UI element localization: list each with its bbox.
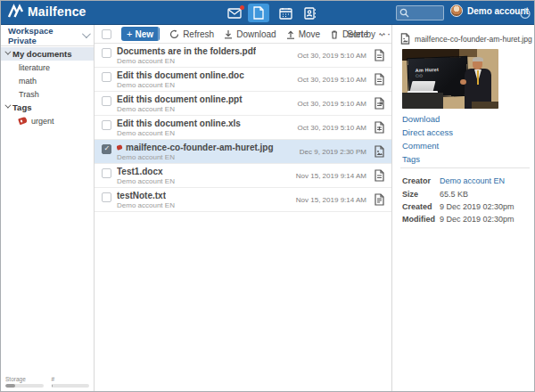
prop-creator: Creator Demo account EN [402, 176, 534, 185]
file-date: Oct 30, 2019 5:10 AM [298, 124, 366, 132]
file-row[interactable]: Test1.docx Demo account EN Nov 15, 2019 … [95, 164, 391, 188]
image-file-icon [400, 33, 410, 45]
file-name: testNote.txt [117, 191, 166, 200]
count-label: # [52, 376, 90, 382]
photo-caption: Am Huret [416, 67, 440, 73]
file-type-icon [374, 73, 384, 89]
folder-tree: My documents literature math Trash Tags … [1, 47, 94, 127]
file-row[interactable]: Edit this document online.doc Demo accou… [95, 68, 391, 92]
power-icon [519, 7, 531, 20]
row-checkbox[interactable] [102, 48, 111, 58]
file-owner: Demo account EN [117, 57, 175, 65]
prop-label: Modified [402, 215, 440, 224]
search-input[interactable] [396, 5, 444, 20]
brand: Mailfence [7, 4, 86, 19]
prop-value-size: 65.5 KB [440, 190, 468, 199]
file-name: Edit this document online.doc [117, 70, 244, 80]
count-bar [52, 384, 90, 388]
file-name: mailfence-co-founder-am-huret.jpg [126, 143, 274, 152]
chevron-down-icon [82, 29, 91, 38]
new-button-label: New [135, 29, 158, 39]
photo-lectern [402, 93, 443, 109]
row-checkbox[interactable] [102, 120, 111, 130]
new-button[interactable]: + New [121, 27, 160, 41]
file-row[interactable]: testNote.txt Demo account EN Nov 15, 201… [95, 188, 391, 212]
mailfence-logo-icon [7, 4, 24, 19]
logout-button[interactable] [517, 5, 532, 20]
select-all-checkbox[interactable] [102, 29, 111, 39]
row-checkbox[interactable] [102, 168, 111, 178]
new-dropdown-toggle[interactable] [158, 27, 160, 41]
download-icon [224, 29, 233, 39]
file-owner: Demo account EN [117, 177, 175, 185]
documents-module-button[interactable] [248, 4, 269, 22]
trash-icon [330, 29, 339, 39]
file-type-icon [374, 169, 384, 185]
refresh-button[interactable]: Refresh [169, 29, 214, 39]
tag-icon [18, 117, 28, 125]
chevron-down-icon [4, 49, 11, 55]
file-date: Oct 30, 2019 5:10 AM [298, 52, 366, 60]
file-owner: Demo account EN [117, 153, 175, 161]
download-label: Download [236, 29, 276, 39]
folder-label: literature [19, 63, 50, 72]
sidebar-item-tag-urgent[interactable]: urgent [1, 114, 94, 127]
tag-label: urgent [31, 117, 54, 126]
sidebar-item-math[interactable]: math [1, 74, 94, 87]
download-button[interactable]: Download [224, 29, 276, 39]
calendar-module-button[interactable] [275, 4, 296, 22]
tags-section-label: Tags [12, 102, 31, 112]
file-row[interactable]: Documents are in the folders.pdf Demo ac… [95, 44, 391, 68]
refresh-icon [169, 29, 179, 39]
count-meter: # [52, 376, 90, 388]
topbar: Mailfence Demo account [1, 1, 534, 25]
file-name: Documents are in the folders.pdf [117, 46, 256, 56]
row-checkbox-checked[interactable] [102, 144, 111, 154]
chevron-down-icon [4, 102, 11, 109]
row-checkbox[interactable] [102, 192, 111, 202]
sidebar-item-trash[interactable]: Trash [1, 87, 94, 101]
file-date: Nov 15, 2019 9:14 AM [296, 172, 366, 180]
prop-label: Size [402, 190, 440, 199]
prop-value-creator[interactable]: Demo account EN [440, 176, 505, 185]
storage-meter: Storage [5, 376, 44, 388]
tag-icon [117, 144, 123, 151]
folder-label: My documents [12, 49, 72, 59]
toolbar: + New Refresh Download Move Delete ··· [95, 25, 391, 44]
refresh-label: Refresh [183, 29, 214, 39]
comment-link[interactable]: Comment [402, 141, 439, 151]
sort-by-dropdown[interactable]: Sort by [347, 25, 383, 44]
image-preview[interactable]: Am Huret CIO [402, 49, 498, 109]
divider [400, 167, 530, 168]
mail-module-button[interactable] [224, 4, 245, 22]
storage-meters: Storage # [1, 376, 94, 388]
file-date: Nov 15, 2019 9:14 AM [296, 196, 366, 204]
file-type-icon [374, 193, 384, 209]
file-row[interactable]: Edit this document online.ppt Demo accou… [95, 92, 391, 116]
file-name: Edit this document online.ppt [117, 94, 243, 104]
sidebar-item-literature[interactable]: literature [1, 61, 94, 74]
prop-label: Creator [402, 176, 440, 185]
sidebar-section-tags[interactable]: Tags [1, 101, 94, 114]
contacts-module-button[interactable] [300, 4, 321, 22]
file-list-panel: + New Refresh Download Move Delete ··· [95, 25, 392, 392]
details-title: mailfence-co-founder-am-huret.jpg [400, 33, 534, 45]
file-type-icon [374, 49, 384, 65]
direct-access-link[interactable]: Direct access [402, 127, 453, 137]
workspace-selector[interactable]: Workspace Private [1, 25, 94, 46]
file-row[interactable]: Edit this document online.xls Demo accou… [95, 116, 391, 140]
move-button[interactable]: Move [286, 29, 320, 39]
file-owner: Demo account EN [117, 129, 175, 137]
file-row-selected[interactable]: mailfence-co-founder-am-huret.jpg Demo a… [95, 140, 391, 164]
sort-by-label: Sort by [347, 29, 375, 39]
prop-size: Size 65.5 KB [402, 190, 534, 199]
move-label: Move [299, 29, 320, 39]
move-icon [286, 29, 295, 39]
folder-label: Trash [19, 90, 39, 99]
row-checkbox[interactable] [102, 96, 111, 106]
image-file-icon [374, 145, 384, 161]
download-link[interactable]: Download [402, 114, 440, 124]
tags-link[interactable]: Tags [402, 154, 420, 164]
sidebar-item-my-documents[interactable]: My documents [1, 47, 94, 61]
row-checkbox[interactable] [102, 72, 111, 82]
